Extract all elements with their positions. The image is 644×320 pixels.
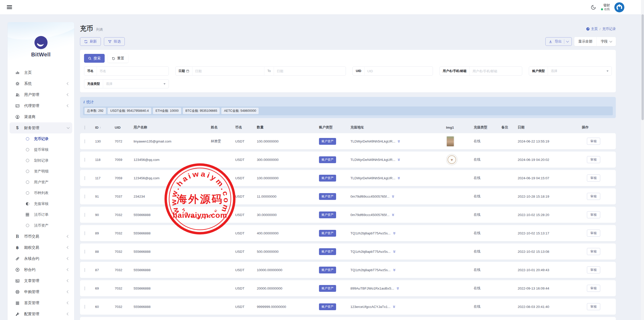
- sidebar-subitem[interactable]: 划转记录: [8, 155, 74, 166]
- review-button[interactable]: 审核: [587, 303, 600, 310]
- refresh-button[interactable]: 刷新: [80, 37, 101, 46]
- filter-deposit-type-select[interactable]: 选择: [103, 82, 164, 86]
- filter-date-from-input[interactable]: [192, 69, 264, 73]
- expand-address-icon[interactable]: [391, 213, 395, 217]
- row-checkbox[interactable]: [85, 158, 85, 162]
- target-icon: [15, 268, 20, 272]
- search-button[interactable]: 搜索: [84, 54, 105, 63]
- sidebar-subitem[interactable]: 币种列表: [8, 188, 74, 198]
- cell-coin: USDT: [232, 305, 254, 309]
- sidebar-item[interactable]: 配置管理: [10, 308, 72, 319]
- row-checkbox[interactable]: [85, 287, 85, 290]
- sidebar-subitem[interactable]: 用户资产: [8, 177, 74, 188]
- deposit-proof-image[interactable]: ♥: [446, 154, 458, 165]
- review-button[interactable]: 审核: [587, 248, 600, 255]
- sidebar-item[interactable]: $财务管理: [10, 122, 72, 133]
- breadcrumb-current[interactable]: 充币记录: [602, 27, 616, 31]
- cell-deposit-type: 在线: [471, 157, 498, 162]
- sidebar-subitem-label: 法币资产: [34, 223, 49, 228]
- funnel-icon: [108, 40, 112, 44]
- row-checkbox[interactable]: [85, 250, 85, 254]
- sidebar-item[interactable]: 代理管理: [10, 100, 72, 111]
- show-all-button[interactable]: 显示全部: [574, 37, 596, 46]
- expand-address-icon[interactable]: [393, 250, 396, 253]
- sidebar-item[interactable]: 渠道商: [10, 111, 72, 122]
- sidebar-item-label: 渠道商: [24, 115, 35, 119]
- review-button[interactable]: 审核: [587, 138, 600, 145]
- column-header: 币名: [232, 125, 254, 130]
- review-button[interactable]: 审核: [587, 193, 600, 200]
- export-button[interactable]: 导出: [545, 37, 572, 46]
- filter-uid-input[interactable]: [365, 69, 433, 73]
- hamburger-menu-icon[interactable]: [7, 5, 12, 10]
- avatar[interactable]: [614, 2, 624, 12]
- filter-coin-input[interactable]: [97, 69, 169, 73]
- user-group-icon: [15, 93, 20, 97]
- row-checkbox[interactable]: [85, 305, 85, 309]
- sidebar-item[interactable]: B币币交易: [10, 231, 72, 242]
- row-checkbox[interactable]: [85, 231, 85, 235]
- select-all-checkbox[interactable]: [85, 126, 85, 129]
- breadcrumb-home-link[interactable]: 主页: [586, 27, 598, 31]
- expand-address-icon[interactable]: [393, 232, 396, 235]
- sidebar-item[interactable]: 申购管理: [10, 286, 72, 297]
- cell-coin: USDT: [232, 139, 254, 143]
- sidebar-subitem[interactable]: 充值审核: [8, 198, 74, 209]
- sidebar-item[interactable]: ฿期权交易: [10, 242, 72, 253]
- expand-address-icon[interactable]: [397, 140, 400, 143]
- sidebar-item[interactable]: 系统: [10, 78, 72, 89]
- circle-icon: [26, 181, 29, 184]
- expand-address-icon[interactable]: [397, 158, 400, 161]
- column-header: 用户名称: [131, 125, 208, 130]
- row-checkbox[interactable]: [85, 176, 85, 180]
- review-button[interactable]: 审核: [587, 156, 600, 163]
- scrollbar-thumb[interactable]: [641, 14, 644, 120]
- sidebar-item[interactable]: 文章管理: [10, 275, 72, 286]
- expand-address-icon[interactable]: [396, 287, 399, 290]
- user-menu[interactable]: 發財 在线: [601, 3, 610, 11]
- cell-date: 2022-10-02 15:13:17: [515, 231, 579, 235]
- row-checkbox[interactable]: [85, 139, 85, 143]
- sidebar-item[interactable]: 秒合约: [10, 264, 72, 275]
- sidebar-subitem[interactable]: 法币资产: [8, 220, 74, 231]
- deposit-proof-image[interactable]: [446, 136, 455, 147]
- expand-address-icon[interactable]: [397, 176, 400, 180]
- review-button[interactable]: 审核: [587, 285, 600, 292]
- sidebar-item[interactable]: 用户管理: [10, 89, 72, 100]
- cell-username: 555666888: [131, 305, 208, 309]
- cell-address: 899AuTBFJWo1Rx1aoBxS...: [350, 287, 394, 290]
- reset-button[interactable]: 重置: [108, 54, 128, 63]
- filter-account-type-select[interactable]: 选择: [548, 69, 607, 73]
- row-checkbox[interactable]: [85, 195, 85, 198]
- filter-date-range: 日期 To: [175, 66, 346, 76]
- column-header[interactable]: ID↑: [92, 126, 112, 129]
- cell-date: 2022-10-02 15:28:20: [515, 213, 579, 217]
- filter-user-input[interactable]: [470, 69, 522, 73]
- row-checkbox[interactable]: [85, 268, 85, 272]
- review-button[interactable]: 审核: [587, 174, 600, 182]
- sidebar-subitem[interactable]: 充币记录: [8, 133, 74, 144]
- review-button[interactable]: 审核: [587, 230, 600, 237]
- expand-address-icon[interactable]: [392, 305, 396, 308]
- half-circle-icon: [26, 202, 29, 206]
- expand-address-icon[interactable]: [393, 268, 396, 272]
- sidebar-item[interactable]: 首页管理: [10, 297, 72, 308]
- account-type-badge: 账户资产: [319, 248, 336, 255]
- expand-address-icon[interactable]: [391, 195, 395, 198]
- cell-amount: 500.00000000: [254, 250, 316, 254]
- sidebar-item[interactable]: 永续合约: [10, 253, 72, 264]
- row-checkbox[interactable]: [85, 213, 85, 217]
- fields-dropdown-button[interactable]: 字段: [596, 37, 616, 46]
- sidebar-subitem[interactable]: 资产明细: [8, 166, 74, 177]
- filter-date-to-input[interactable]: [274, 69, 346, 73]
- sidebar-subitem[interactable]: 提币审核: [8, 144, 74, 155]
- sidebar-subitem[interactable]: 法币订单: [8, 209, 74, 220]
- sidebar-item[interactable]: 主页: [10, 67, 72, 78]
- review-button[interactable]: 审核: [587, 266, 600, 273]
- cell-coin: USDT: [232, 250, 254, 254]
- dark-mode-toggle-moon-icon[interactable]: [590, 4, 596, 10]
- filter-button[interactable]: 筛选: [104, 37, 125, 46]
- review-button[interactable]: 审核: [587, 211, 600, 218]
- cell-deposit-type: 在线: [471, 194, 498, 199]
- user-name: 發財: [601, 3, 610, 7]
